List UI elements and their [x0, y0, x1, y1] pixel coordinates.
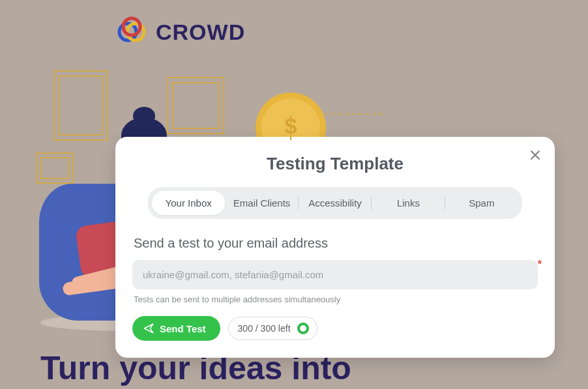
picture-frame-icon: [53, 70, 108, 141]
section-label: Send a test to your email address: [132, 236, 538, 251]
quota-text: 300 / 300 left: [238, 323, 291, 334]
send-test-button[interactable]: Send Test: [132, 316, 220, 341]
close-icon: [530, 150, 540, 160]
send-test-label: Send Test: [160, 323, 206, 334]
tab-links[interactable]: Links: [372, 191, 445, 215]
tab-spam[interactable]: Spam: [445, 191, 518, 215]
brand-logo: CROWD: [115, 16, 245, 48]
helper-text: Tests can be sent to multiple addresses …: [132, 295, 538, 304]
required-marker: *: [538, 259, 542, 270]
picture-frame-icon: [167, 77, 224, 134]
svg-point-10: [123, 18, 140, 35]
tab-accessibility[interactable]: Accessibility: [299, 191, 372, 215]
testing-template-modal: Testing Template Your Inbox Email Client…: [115, 137, 555, 358]
send-icon: [143, 323, 154, 334]
tab-your-inbox[interactable]: Your Inbox: [152, 191, 225, 215]
brand-name: CROWD: [156, 20, 245, 45]
quota-indicator: 300 / 300 left: [228, 317, 317, 340]
tab-bar: Your Inbox Email Clients Accessibility L…: [148, 187, 522, 219]
modal-title: Testing Template: [132, 154, 538, 174]
close-button[interactable]: [526, 146, 544, 164]
quota-ring-icon: [297, 323, 309, 334]
logo-rings-icon: [115, 16, 148, 48]
tab-email-clients[interactable]: Email Clients: [225, 191, 298, 215]
dashed-line-icon: [325, 113, 383, 115]
picture-frame-icon: [36, 152, 74, 184]
email-input[interactable]: [132, 260, 538, 289]
